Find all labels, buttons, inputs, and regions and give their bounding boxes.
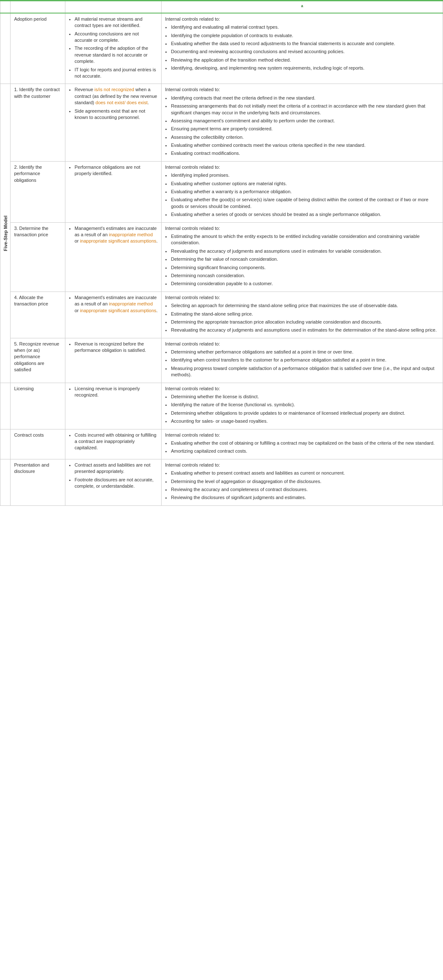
- controls-intro: Internal controls related to:: [165, 294, 439, 301]
- control-item: Ensuring payment terms are properly cons…: [171, 126, 439, 132]
- five-step-spacer: [0, 383, 11, 429]
- controls-intro: Internal controls related to:: [165, 386, 439, 392]
- control-item: Evaluating whether the good(s) or servic…: [171, 197, 439, 210]
- risk-list: Costs incurred with obtaining or fulfill…: [69, 432, 158, 451]
- control-item: Determining consideration payable to a c…: [171, 281, 439, 287]
- five-step-spacer: [0, 459, 11, 505]
- control-item: Identifying implied promises.: [171, 172, 439, 178]
- control-item: Accounting for sales- or usage-based roy…: [171, 418, 439, 424]
- risk-item: Contract assets and liabilities are not …: [75, 462, 158, 475]
- risk-item: All material revenue streams and contrac…: [75, 16, 158, 29]
- control-item: Evaluating whether the cost of obtaining…: [171, 440, 439, 446]
- control-item: Evaluating whether customer options are …: [171, 181, 439, 187]
- core-consideration-label: Presentation and disclosure: [14, 462, 49, 474]
- control-list: Identifying implied promises.Evaluating …: [165, 172, 439, 218]
- core-consideration-label: 3. Determine the transaction price: [14, 226, 48, 237]
- control-list: Selecting an approach for determining th…: [165, 302, 439, 334]
- core-consideration-cell: 2. Identify the performance obligations: [11, 161, 65, 222]
- control-item: Reevaluating the accuracy of judgments a…: [171, 248, 439, 254]
- controls-cell: Internal controls related to:Determining…: [162, 338, 443, 383]
- control-item: Reviewing the accuracy and completeness …: [171, 486, 439, 493]
- five-step-header: [0, 1, 11, 13]
- control-item: Determining significant financing compon…: [171, 265, 439, 271]
- control-item: Documenting and reviewing accounting con…: [171, 49, 439, 55]
- control-item: Evaluating whether to present contract a…: [171, 470, 439, 476]
- control-item: Reviewing the disclosures of significant…: [171, 494, 439, 501]
- controls-cell: Internal controls related to:Evaluating …: [162, 429, 443, 459]
- risk-list: Management's estimates are inaccurate as…: [69, 294, 158, 314]
- controls-cell: Internal controls related to:Identifying…: [162, 84, 443, 162]
- col3-header: a: [162, 1, 443, 13]
- controls-intro: Internal controls related to:: [165, 462, 439, 468]
- controls-intro: Internal controls related to:: [165, 341, 439, 347]
- control-item: Identifying and evaluating all material …: [171, 24, 439, 30]
- risk-item: Side agreements exist that are not known…: [75, 108, 158, 121]
- main-table: a Adoption periodAll material revenue st…: [0, 0, 443, 506]
- core-consideration-label: Licensing: [14, 386, 33, 391]
- core-consideration-cell: 4. Allocate the transaction price: [11, 292, 65, 338]
- core-consideration-label: Contract costs: [14, 432, 43, 437]
- core-consideration-cell: Adoption period: [11, 13, 65, 84]
- risk-item: Revenue is/is not recognized when a cont…: [75, 86, 158, 106]
- controls-cell: Internal controls related to:Determining…: [162, 383, 443, 429]
- control-list: Determining whether performance obligati…: [165, 349, 439, 378]
- control-list: Identifying and evaluating all material …: [165, 24, 439, 71]
- control-item: Determining whether the license is disti…: [171, 394, 439, 400]
- core-consideration-cell: Contract costs: [11, 429, 65, 459]
- control-item: Identifying the nature of the license (f…: [171, 402, 439, 408]
- control-item: Estimating the stand-alone selling price…: [171, 311, 439, 317]
- core-consideration-label: 4. Allocate the transaction price: [14, 295, 48, 306]
- controls-intro: Internal controls related to:: [165, 164, 439, 170]
- core-consideration-label: 2. Identify the performance obligations: [14, 165, 42, 183]
- controls-intro: Internal controls related to:: [165, 225, 439, 232]
- control-item: Assessing the collectibility criterion.: [171, 134, 439, 140]
- control-item: Determining noncash consideration.: [171, 273, 439, 279]
- control-list: Identifying contracts that meet the crit…: [165, 95, 439, 157]
- control-item: Evaluating whether combined contracts me…: [171, 142, 439, 148]
- risks-cell: Performance obligations are not properly…: [65, 161, 161, 222]
- control-item: Evaluating whether the data used to reco…: [171, 40, 439, 47]
- controls-cell: Internal controls related to:Evaluating …: [162, 459, 443, 505]
- control-item: Identifying contracts that meet the crit…: [171, 95, 439, 101]
- risk-item: Costs incurred with obtaining or fulfill…: [75, 432, 158, 451]
- five-step-spacer: [0, 429, 11, 459]
- risk-list: Revenue is/is not recognized when a cont…: [69, 86, 158, 121]
- risks-cell: Costs incurred with obtaining or fulfill…: [65, 429, 161, 459]
- risk-list: Licensing revenue is improperly recogniz…: [69, 386, 158, 399]
- controls-intro: Internal controls related to:: [165, 86, 439, 93]
- control-list: Evaluating whether to present contract a…: [165, 470, 439, 501]
- core-consideration-cell: 3. Determine the transaction price: [11, 222, 65, 292]
- control-item: Evaluating contract modifications.: [171, 150, 439, 157]
- controls-cell: Internal controls related to:Estimating …: [162, 222, 443, 292]
- controls-cell: Internal controls related to:Identifying…: [162, 161, 443, 222]
- risk-item: Management's estimates are inaccurate as…: [75, 225, 158, 245]
- control-item: Evaluating whether a warranty is a perfo…: [171, 189, 439, 195]
- risk-item: IT logic for reports and journal entries…: [75, 67, 158, 80]
- risks-cell: Licensing revenue is improperly recogniz…: [65, 383, 161, 429]
- risks-cell: Contract assets and liabilities are not …: [65, 459, 161, 505]
- risk-item: Footnote disclosures are not accurate, c…: [75, 477, 158, 490]
- risk-list: All material revenue streams and contrac…: [69, 16, 158, 80]
- control-item: Evaluating whether a series of goods or …: [171, 211, 439, 218]
- five-step-label-cell: Five-Step Model: [0, 84, 11, 383]
- control-item: Estimating the amount to which the entit…: [171, 233, 439, 246]
- risk-item: Management's estimates are inaccurate as…: [75, 294, 158, 314]
- risk-list: Performance obligations are not properly…: [69, 164, 158, 177]
- risks-cell: All material revenue streams and contrac…: [65, 13, 161, 84]
- risk-item: The recording of the adoption of the rev…: [75, 45, 158, 65]
- control-item: Identifying when control transfers to th…: [171, 357, 439, 363]
- control-item: Determining whether performance obligati…: [171, 349, 439, 355]
- control-item: Determining the appropriate transaction …: [171, 319, 439, 325]
- control-list: Determining whether the license is disti…: [165, 394, 439, 425]
- control-list: Estimating the amount to which the entit…: [165, 233, 439, 287]
- control-item: Determining the level of aggregation or …: [171, 478, 439, 485]
- control-item: Assessing management's commitment and ab…: [171, 118, 439, 124]
- risk-item: Licensing revenue is improperly recogniz…: [75, 386, 158, 399]
- control-item: Determining the fair value of noncash co…: [171, 256, 439, 262]
- core-consideration-label: 5. Recognize revenue when (or as) perfor…: [14, 341, 59, 373]
- control-item: Reevaluating the accuracy of judgments a…: [171, 327, 439, 333]
- control-item: Amortizing capitalized contract costs.: [171, 448, 439, 454]
- risk-list: Contract assets and liabilities are not …: [69, 462, 158, 490]
- risk-item: Revenue is recognized before the perform…: [75, 341, 158, 354]
- risks-cell: Management's estimates are inaccurate as…: [65, 222, 161, 292]
